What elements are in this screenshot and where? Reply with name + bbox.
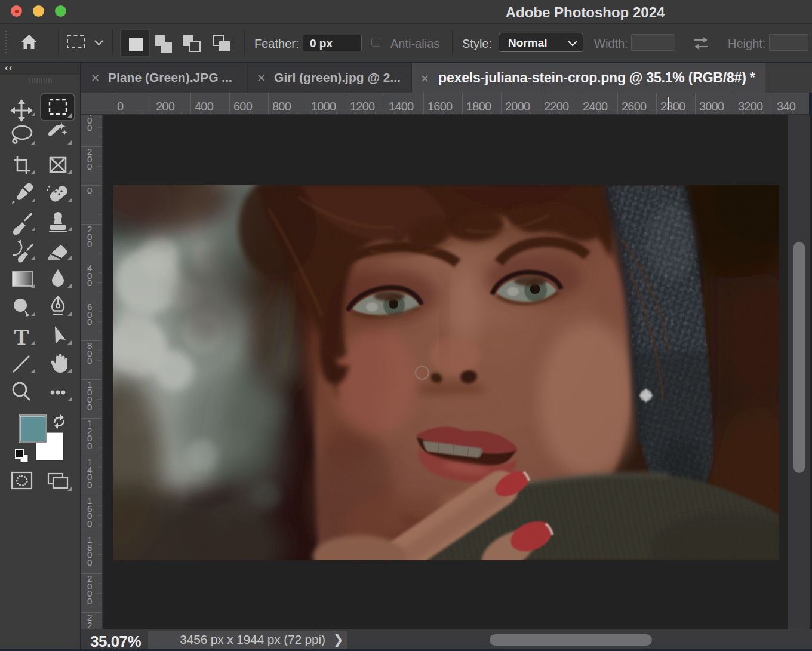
svg-text:T: T [14, 324, 29, 349]
